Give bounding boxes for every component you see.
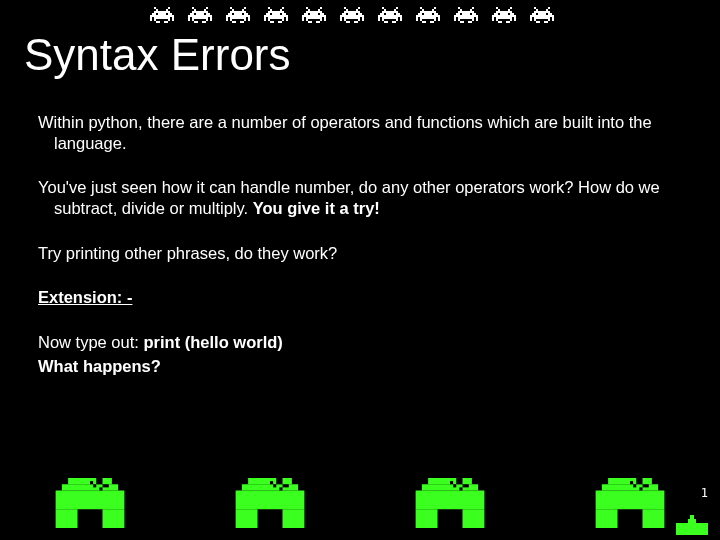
svg-rect-216 (279, 487, 282, 490)
svg-rect-130 (420, 11, 436, 13)
svg-rect-73 (320, 7, 322, 9)
svg-rect-89 (316, 21, 320, 23)
svg-rect-211 (236, 509, 258, 528)
svg-rect-34 (194, 21, 198, 23)
svg-rect-157 (458, 19, 460, 21)
svg-rect-239 (688, 519, 696, 523)
svg-rect-108 (382, 7, 384, 9)
svg-rect-65 (286, 17, 288, 19)
svg-rect-102 (340, 19, 342, 21)
line1-text: Now type out: (38, 333, 143, 351)
shield-icon (414, 478, 486, 528)
svg-rect-74 (308, 9, 310, 11)
svg-rect-110 (384, 9, 386, 11)
svg-rect-128 (422, 9, 424, 11)
svg-rect-231 (596, 509, 618, 528)
invader-icon (302, 7, 326, 25)
svg-rect-174 (492, 19, 494, 21)
svg-rect-100 (344, 17, 360, 19)
svg-rect-131 (418, 13, 422, 15)
svg-rect-192 (530, 19, 532, 21)
invader-icon (454, 7, 478, 25)
svg-rect-237 (633, 484, 636, 487)
svg-rect-132 (424, 13, 432, 15)
svg-rect-17 (164, 21, 168, 23)
svg-rect-152 (454, 15, 478, 17)
extension-heading: Extension: - (38, 287, 682, 308)
instruction-line-2: What happens? (38, 356, 682, 377)
shield-row (54, 478, 666, 528)
shield-icon (594, 478, 666, 528)
invader-icon (226, 7, 250, 25)
svg-rect-185 (532, 13, 536, 15)
svg-rect-81 (302, 17, 304, 19)
svg-rect-62 (264, 15, 288, 17)
svg-rect-194 (548, 19, 550, 21)
svg-rect-140 (434, 19, 436, 21)
svg-rect-190 (534, 17, 550, 19)
svg-rect-71 (278, 21, 282, 23)
svg-rect-149 (456, 13, 460, 15)
svg-rect-165 (508, 9, 510, 11)
svg-rect-222 (463, 509, 485, 528)
svg-rect-101 (362, 17, 364, 19)
svg-rect-88 (308, 21, 312, 23)
svg-rect-193 (534, 19, 536, 21)
svg-rect-148 (458, 11, 474, 13)
svg-rect-238 (690, 515, 694, 519)
svg-rect-23 (190, 13, 194, 15)
svg-rect-5 (152, 13, 156, 15)
svg-rect-44 (226, 15, 250, 17)
svg-rect-210 (236, 491, 305, 510)
svg-rect-45 (226, 17, 228, 19)
svg-rect-104 (358, 19, 360, 21)
svg-rect-119 (400, 17, 402, 19)
svg-rect-60 (272, 13, 280, 15)
svg-rect-94 (344, 11, 360, 13)
svg-rect-151 (472, 13, 476, 15)
paragraph-2: You've just seen how it can handle numbe… (38, 177, 682, 218)
svg-rect-166 (496, 11, 512, 13)
shield-icon (234, 478, 306, 528)
svg-rect-2 (156, 9, 158, 11)
svg-rect-177 (514, 19, 516, 21)
svg-rect-215 (270, 481, 273, 484)
svg-rect-136 (420, 17, 436, 19)
svg-rect-54 (268, 7, 270, 9)
svg-rect-75 (318, 9, 320, 11)
svg-rect-97 (358, 13, 362, 15)
svg-rect-30 (188, 19, 190, 21)
svg-rect-180 (534, 7, 536, 9)
svg-rect-121 (382, 19, 384, 21)
slide-title: Syntax Errors (24, 30, 291, 80)
svg-rect-159 (476, 19, 478, 21)
svg-rect-51 (248, 19, 250, 21)
svg-rect-126 (420, 7, 422, 9)
svg-rect-203 (96, 478, 102, 484)
svg-rect-223 (456, 478, 462, 484)
svg-rect-232 (643, 509, 665, 528)
svg-rect-141 (438, 19, 440, 21)
svg-rect-76 (306, 11, 322, 13)
svg-rect-107 (354, 21, 358, 23)
invader-row (150, 7, 554, 25)
svg-rect-25 (206, 13, 210, 15)
slide-content: Within python, there are a number of ope… (38, 112, 682, 381)
svg-rect-161 (468, 21, 472, 23)
svg-rect-175 (496, 19, 498, 21)
svg-rect-98 (340, 15, 364, 17)
svg-rect-186 (538, 13, 546, 15)
svg-rect-142 (422, 21, 426, 23)
svg-rect-135 (416, 17, 418, 19)
invader-icon (340, 7, 364, 25)
instruction-line-1: Now type out: print (hello world) (38, 332, 682, 353)
svg-rect-19 (206, 7, 208, 9)
svg-rect-233 (636, 478, 642, 484)
svg-rect-57 (280, 9, 282, 11)
para2-bold: You give it a try! (253, 199, 380, 217)
svg-rect-226 (459, 487, 462, 490)
svg-rect-49 (230, 19, 232, 21)
svg-rect-8 (150, 15, 174, 17)
svg-rect-16 (156, 21, 160, 23)
svg-rect-13 (154, 19, 156, 21)
